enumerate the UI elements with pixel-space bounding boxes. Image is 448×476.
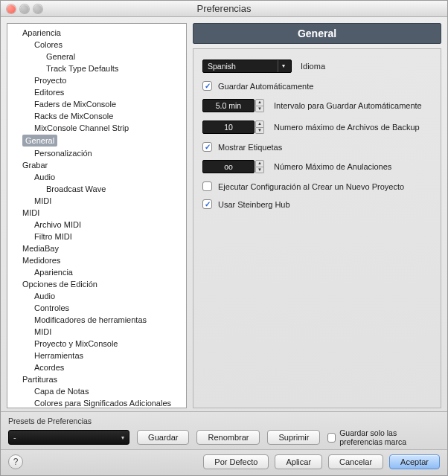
tree-item[interactable]: MixConsole Channel Strip: [7, 122, 186, 134]
chevron-down-icon: ▾: [278, 60, 288, 72]
ok-button[interactable]: Aceptar: [389, 454, 440, 469]
tree-item[interactable]: Colores: [7, 39, 186, 51]
tree-item[interactable]: MIDI: [7, 207, 186, 219]
tree-item[interactable]: Controles: [7, 302, 186, 314]
tree-item[interactable]: Partituras: [7, 373, 186, 385]
close-icon[interactable]: [7, 4, 16, 13]
tree-item[interactable]: Audio: [7, 171, 186, 183]
preset-value: -: [13, 433, 16, 442]
backups-label: Numero máximo de Archivos de Backup: [274, 123, 420, 132]
language-label: Idioma: [301, 62, 325, 71]
autosave-checkbox[interactable]: ✓: [202, 81, 212, 91]
undomax-value: oo: [224, 162, 233, 171]
runconfig-checkbox[interactable]: ✓: [202, 181, 212, 191]
language-value: Spanish: [208, 62, 236, 71]
section-heading: General: [193, 23, 441, 44]
language-row: Spanish ▾ Idioma: [202, 60, 432, 73]
tree-item[interactable]: Editores: [7, 86, 186, 98]
tree-item[interactable]: Opciones de Edición: [7, 278, 186, 290]
tree-item[interactable]: Apariencia: [7, 266, 186, 278]
undomax-row: oo ▲▼ Número Máximo de Anulaciones: [202, 160, 432, 173]
preset-select[interactable]: - ▾: [8, 430, 129, 445]
tree-item[interactable]: Broadcast Wave: [7, 183, 186, 195]
tree-item[interactable]: Colores para Significados Adicionales: [7, 397, 186, 408]
backups-row: 10 ▲▼ Numero máximo de Archivos de Backu…: [202, 120, 432, 134]
tree-item[interactable]: Modificadores de herramientas: [7, 314, 186, 326]
interval-stepper[interactable]: 5.0 min ▲▼: [202, 99, 255, 112]
window-controls: [1, 4, 42, 13]
undomax-stepper-buttons[interactable]: ▲▼: [255, 160, 264, 173]
tree-item[interactable]: Capa de Notas: [7, 385, 186, 397]
interval-value: 5.0 min: [216, 101, 241, 110]
tree-item[interactable]: Medidores: [7, 254, 186, 266]
showlabels-checkbox[interactable]: ✓: [202, 142, 212, 152]
tree-item[interactable]: Herramientas: [7, 350, 186, 361]
sidebar-wrap: AparienciaColoresGeneralTrack Type Defau…: [7, 23, 187, 408]
backups-value: 10: [224, 123, 233, 132]
tree-item[interactable]: MIDI: [7, 326, 186, 338]
tree-item[interactable]: Acordes: [7, 361, 186, 373]
tree-item[interactable]: Apariencia: [7, 27, 186, 39]
presets-row: - ▾ Guardar Renombrar Suprimir ✓ Guardar…: [8, 428, 440, 446]
save-only-row: ✓ Guardar solo las preferencias marca: [327, 428, 440, 446]
main-panel: General Spanish ▾ Idioma ✓ Guardar Autom…: [193, 23, 441, 408]
preset-save-button[interactable]: Guardar: [137, 430, 189, 445]
tree-item[interactable]: General: [7, 51, 186, 62]
hub-row: ✓ Usar Steinberg Hub: [202, 199, 432, 209]
showlabels-label: Mostrar Etiquetas: [218, 143, 282, 152]
backups-stepper-buttons[interactable]: ▲▼: [255, 120, 264, 134]
tree-item[interactable]: Archivo MIDI: [7, 219, 186, 231]
runconfig-row: ✓ Ejecutar Configuración al Crear un Nue…: [202, 181, 432, 191]
tree-item[interactable]: MIDI: [7, 195, 186, 207]
tree-item[interactable]: Filtro MIDI: [7, 231, 186, 242]
tree-item[interactable]: Personalización: [7, 147, 186, 159]
runconfig-label: Ejecutar Configuración al Crear un Nuevo…: [218, 182, 404, 191]
form-area: Spanish ▾ Idioma ✓ Guardar Automáticamen…: [193, 48, 441, 408]
undomax-stepper[interactable]: oo ▲▼: [202, 160, 255, 173]
content-area: AparienciaColoresGeneralTrack Type Defau…: [1, 17, 447, 411]
bottom-buttons: Por Defecto Aplicar Cancelar Aceptar: [203, 454, 440, 469]
save-only-label: Guardar solo las preferencias marca: [339, 428, 440, 446]
interval-stepper-buttons[interactable]: ▲▼: [255, 99, 264, 112]
tree-item[interactable]: Faders de MixConsole: [7, 98, 186, 110]
undomax-label: Número Máximo de Anulaciones: [274, 162, 391, 171]
tree-item[interactable]: MediaBay: [7, 242, 186, 254]
interval-label: Intervalo para Guardar Automáticamente: [274, 101, 422, 110]
tree-item[interactable]: Proyecto y MixConsole: [7, 338, 186, 350]
autosave-row: ✓ Guardar Automáticamente: [202, 81, 432, 91]
preset-rename-button[interactable]: Renombrar: [196, 430, 260, 445]
window-title: Preferencias: [1, 3, 447, 14]
tree-item[interactable]: Racks de MixConsole: [7, 110, 186, 122]
preferences-window: Preferencias AparienciaColoresGeneralTra…: [0, 0, 448, 476]
chevron-down-icon: ▾: [121, 434, 124, 441]
titlebar: Preferencias: [1, 1, 447, 17]
autosave-label: Guardar Automáticamente: [218, 82, 313, 91]
showlabels-row: ✓ Mostrar Etiquetas: [202, 142, 432, 152]
save-only-checkbox[interactable]: ✓: [327, 433, 336, 443]
hub-checkbox[interactable]: ✓: [202, 199, 212, 209]
tree-item[interactable]: Audio: [7, 290, 186, 302]
cancel-button[interactable]: Cancelar: [328, 454, 383, 469]
presets-title: Presets de Preferencias: [8, 416, 440, 425]
hub-label: Usar Steinberg Hub: [218, 200, 290, 209]
help-button[interactable]: ?: [8, 454, 23, 469]
presets-bar: Presets de Preferencias - ▾ Guardar Reno…: [1, 411, 447, 449]
apply-button[interactable]: Aplicar: [275, 454, 322, 469]
minimize-icon[interactable]: [20, 4, 29, 13]
backups-stepper[interactable]: 10 ▲▼: [202, 120, 255, 134]
tree-item[interactable]: Proyecto: [7, 74, 186, 86]
zoom-icon[interactable]: [33, 4, 42, 13]
bottom-bar: ? Por Defecto Aplicar Cancelar Aceptar: [1, 449, 447, 475]
language-dropdown[interactable]: Spanish ▾: [202, 60, 292, 73]
category-tree[interactable]: AparienciaColoresGeneralTrack Type Defau…: [7, 23, 187, 408]
tree-item[interactable]: Grabar: [7, 159, 186, 171]
preset-delete-button[interactable]: Suprimir: [267, 430, 320, 445]
defaults-button[interactable]: Por Defecto: [203, 454, 269, 469]
tree-item[interactable]: General: [22, 135, 57, 147]
interval-row: 5.0 min ▲▼ Intervalo para Guardar Automá…: [202, 99, 432, 112]
tree-item[interactable]: Track Type Defaults: [7, 62, 186, 74]
